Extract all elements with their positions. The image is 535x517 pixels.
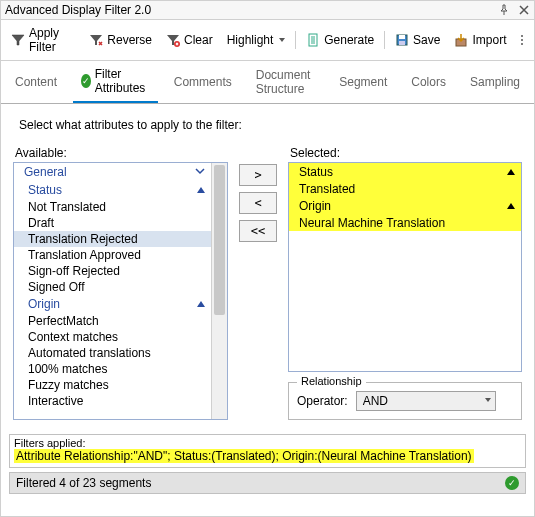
move-all-left-button[interactable]: <<: [239, 220, 277, 242]
group-origin[interactable]: Origin: [14, 295, 211, 313]
funnel-icon: [11, 33, 25, 47]
list-item[interactable]: Neural Machine Translation: [289, 215, 521, 231]
chevron-up-icon: [197, 187, 205, 193]
statusbar: Filtered 4 of 23 segments ✓: [9, 472, 526, 494]
tab-colors[interactable]: Colors: [403, 61, 454, 103]
reverse-button[interactable]: Reverse: [85, 31, 156, 49]
tab-comments[interactable]: Comments: [166, 61, 240, 103]
titlebar: Advanced Display Filter 2.0: [1, 1, 534, 20]
list-item[interactable]: 100% matches: [14, 361, 211, 377]
selected-group-status[interactable]: Status: [289, 163, 521, 181]
chevron-up-icon: [507, 169, 515, 175]
selected-group-origin[interactable]: Origin: [289, 197, 521, 215]
chevron-up-icon: [507, 203, 515, 209]
overflow-menu-button[interactable]: [516, 33, 528, 47]
move-right-button[interactable]: >: [239, 164, 277, 186]
instruction-text: Select what attributes to apply to the f…: [19, 118, 522, 132]
svg-rect-3: [399, 35, 405, 39]
save-icon: [395, 33, 409, 47]
list-item[interactable]: Fuzzy matches: [14, 377, 211, 393]
chevron-down-icon: [195, 168, 205, 176]
list-item[interactable]: Context matches: [14, 329, 211, 345]
scrollbar[interactable]: [211, 163, 227, 419]
pin-icon[interactable]: [498, 4, 510, 16]
available-listbox[interactable]: General Status Not Translated Draft Tran…: [13, 162, 228, 420]
list-item[interactable]: Draft: [14, 215, 211, 231]
filters-applied-value: Attribute Relationship:"AND"; Status:(Tr…: [14, 449, 474, 463]
clear-button[interactable]: Clear: [162, 31, 217, 49]
list-item[interactable]: Signed Off: [14, 279, 211, 295]
list-item[interactable]: Translation Approved: [14, 247, 211, 263]
document-icon: [306, 33, 320, 47]
relationship-legend: Relationship: [297, 375, 366, 387]
import-button[interactable]: Import: [450, 31, 510, 49]
window-title: Advanced Display Filter 2.0: [5, 3, 151, 17]
chevron-down-icon: [279, 38, 285, 42]
list-item[interactable]: Translated: [289, 181, 521, 197]
chevron-down-icon: [485, 398, 491, 402]
selected-label: Selected:: [290, 146, 522, 160]
group-general[interactable]: General: [14, 163, 211, 181]
list-item[interactable]: PerfectMatch: [14, 313, 211, 329]
separator: [295, 31, 296, 49]
chevron-up-icon: [197, 301, 205, 307]
list-item[interactable]: Automated translations: [14, 345, 211, 361]
operator-select[interactable]: AND: [356, 391, 496, 411]
tab-sampling[interactable]: Sampling: [462, 61, 528, 103]
close-icon[interactable]: [518, 4, 530, 16]
apply-filter-button[interactable]: Apply Filter: [7, 24, 79, 56]
toolbar: Apply Filter Reverse Clear Highlight Gen…: [1, 20, 534, 61]
relationship-panel: Relationship Operator: AND: [288, 382, 522, 420]
import-icon: [454, 33, 468, 47]
filters-applied-label: Filters applied:: [14, 437, 521, 449]
save-button[interactable]: Save: [391, 31, 444, 49]
list-item[interactable]: Not Translated: [14, 199, 211, 215]
list-item[interactable]: Translation Rejected: [14, 231, 211, 247]
svg-rect-1: [309, 34, 317, 46]
svg-rect-4: [399, 41, 405, 45]
tab-filter-attributes[interactable]: ✓ Filter Attributes: [73, 61, 158, 103]
filters-applied-panel: Filters applied: Attribute Relationship:…: [9, 434, 526, 468]
move-left-button[interactable]: <: [239, 192, 277, 214]
tab-document-structure[interactable]: Document Structure: [248, 61, 324, 103]
funnel-clear-icon: [166, 33, 180, 47]
content-panel: Select what attributes to apply to the f…: [1, 104, 534, 426]
funnel-reverse-icon: [89, 33, 103, 47]
group-status[interactable]: Status: [14, 181, 211, 199]
generate-button[interactable]: Generate: [302, 31, 378, 49]
list-item[interactable]: Sign-off Rejected: [14, 263, 211, 279]
separator: [384, 31, 385, 49]
available-label: Available:: [15, 146, 228, 160]
tab-content[interactable]: Content: [7, 61, 65, 103]
list-item[interactable]: Interactive: [14, 393, 211, 409]
tab-segment[interactable]: Segment: [331, 61, 395, 103]
status-text: Filtered 4 of 23 segments: [16, 476, 151, 490]
check-icon: ✓: [81, 74, 91, 88]
operator-label: Operator:: [297, 394, 348, 408]
highlight-button[interactable]: Highlight: [223, 31, 290, 49]
tabstrip: Content ✓ Filter Attributes Comments Doc…: [1, 61, 534, 104]
status-check-icon: ✓: [505, 476, 519, 490]
selected-listbox[interactable]: Status Translated Origin Neural Machine …: [288, 162, 522, 372]
